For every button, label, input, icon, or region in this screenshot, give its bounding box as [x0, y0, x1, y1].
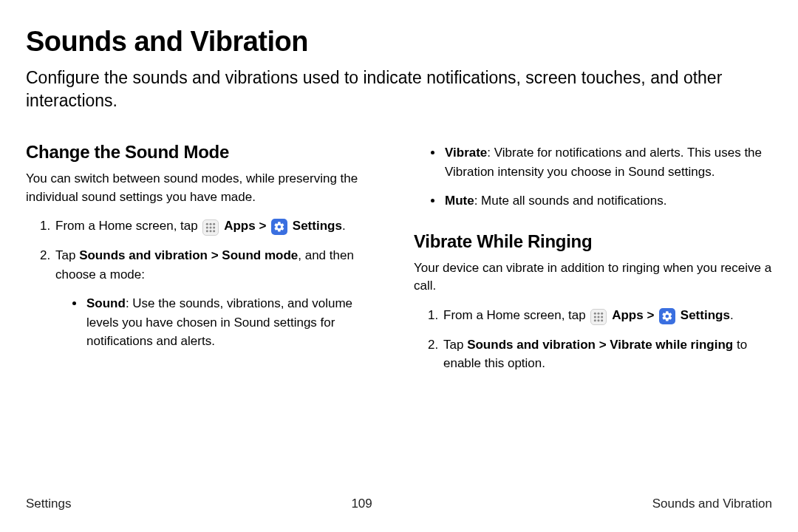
settings-label: Settings: [293, 219, 342, 233]
separator: >: [256, 219, 270, 233]
page-footer: Settings 109 Sounds and Vibration: [26, 497, 772, 511]
section-vibrate-heading: Vibrate While Ringing: [414, 231, 772, 252]
mode-sound: Sound: Use the sounds, vibrations, and v…: [85, 294, 384, 351]
page-title: Sounds and Vibration: [26, 26, 772, 58]
s2-step1-pre: From a Home screen, tap: [443, 308, 589, 322]
page-intro: Configure the sounds and vibrations used…: [26, 66, 772, 112]
section-vibrate-while-ringing: Vibrate While Ringing Your device can vi…: [414, 231, 772, 373]
svg-point-14: [601, 316, 604, 318]
footer-left: Settings: [26, 497, 71, 511]
svg-point-10: [598, 313, 600, 315]
apps-label: Apps: [224, 219, 256, 233]
s2-separator: >: [644, 308, 658, 322]
footer-page-number: 109: [351, 497, 372, 511]
apps-icon: [590, 309, 607, 325]
step2-pre: Tap: [55, 248, 79, 262]
section1-step-2: Tap Sounds and vibration > Sound mode, a…: [54, 246, 384, 351]
svg-point-2: [214, 223, 216, 225]
content-columns: Change the Sound Mode You can switch bet…: [26, 142, 772, 383]
left-column: Change the Sound Mode You can switch bet…: [26, 142, 384, 383]
step2-bold: Sounds and vibration > Sound mode: [79, 248, 298, 262]
mode-vibrate-label: Vibrate: [445, 146, 487, 160]
section1-modes-list: Sound: Use the sounds, vibrations, and v…: [55, 294, 384, 351]
apps-icon: [202, 219, 219, 236]
footer-right: Sounds and Vibration: [652, 497, 772, 511]
settings-icon: [271, 219, 287, 235]
svg-point-16: [598, 319, 600, 321]
svg-point-7: [210, 231, 212, 233]
s2-settings-label: Settings: [681, 308, 730, 322]
section-change-sound-mode-intro: You can switch between sound modes, whil…: [26, 170, 384, 206]
svg-point-8: [214, 231, 216, 233]
svg-point-4: [210, 227, 212, 229]
s2-step1-post: .: [730, 308, 734, 322]
svg-point-1: [210, 223, 212, 225]
section-vibrate-intro: Your device can vibrate in addition to r…: [414, 259, 772, 296]
mode-sound-label: Sound: [86, 296, 126, 310]
svg-point-3: [206, 227, 208, 229]
section2-step-1: From a Home screen, tap Apps > Settings.: [442, 306, 772, 325]
svg-point-9: [594, 313, 596, 315]
mode-sound-text: : Use the sounds, vibrations, and volume…: [86, 296, 352, 348]
section1-step-1: From a Home screen, tap Apps > Settings.: [54, 216, 384, 236]
step1-post: .: [342, 219, 346, 233]
svg-point-6: [206, 231, 208, 233]
svg-point-0: [206, 223, 208, 225]
section1-steps: From a Home screen, tap Apps > Settings.…: [26, 216, 384, 351]
mode-mute: Mute: Mute all sounds and notifications.: [443, 191, 772, 211]
mode-mute-text: : Mute all sounds and notifications.: [474, 194, 667, 208]
s2-apps-label: Apps: [612, 308, 644, 322]
svg-point-5: [214, 227, 216, 229]
mode-vibrate-text: : Vibrate for notifications and alerts. …: [445, 146, 762, 179]
svg-point-15: [594, 319, 596, 321]
section-change-sound-mode-heading: Change the Sound Mode: [26, 142, 384, 163]
svg-point-17: [601, 319, 604, 321]
svg-point-11: [601, 313, 604, 315]
section1-modes-list-cont: Vibrate: Vibrate for notifications and a…: [414, 143, 772, 211]
svg-point-12: [594, 316, 596, 318]
svg-point-13: [598, 316, 600, 318]
section2-steps: From a Home screen, tap Apps > Settings.…: [414, 306, 772, 373]
section2-step-2: Tap Sounds and vibration > Vibrate while…: [442, 335, 772, 373]
step1-pre: From a Home screen, tap: [55, 219, 201, 233]
s2-step2-bold: Sounds and vibration > Vibrate while rin…: [467, 338, 733, 352]
settings-icon: [659, 308, 675, 324]
mode-vibrate: Vibrate: Vibrate for notifications and a…: [443, 143, 772, 181]
right-column: Vibrate: Vibrate for notifications and a…: [414, 143, 772, 383]
mode-mute-label: Mute: [445, 194, 474, 208]
s2-step2-pre: Tap: [443, 338, 467, 352]
